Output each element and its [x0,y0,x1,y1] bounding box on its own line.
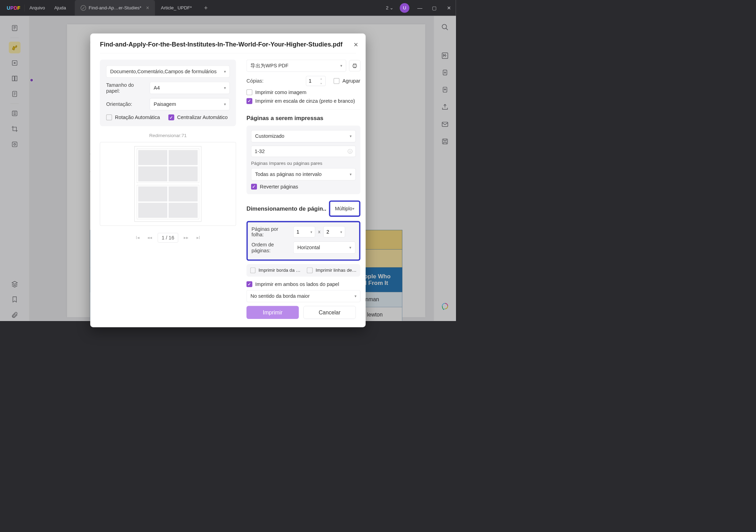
chevron-down-icon: ▾ [310,230,312,234]
per-sheet-label: Páginas por folha: [251,226,290,238]
print-as-image-checkbox[interactable]: Imprimir como imagem [247,89,360,95]
chevron-down-icon: ▾ [340,230,342,234]
resize-label: Redimensionar:71 [100,133,236,138]
spinner-down-icon[interactable]: ▾ [321,82,324,85]
auto-rotate-checkbox[interactable]: Rotação Automática [106,115,160,120]
page-mode-select[interactable]: Customizado▾ [251,130,356,142]
copies-label: Cópias: [247,78,264,84]
chevron-down-icon: ▾ [224,86,226,90]
pager-next-icon[interactable]: ▸▸ [182,234,190,242]
chevron-down-icon: ▾ [340,64,342,68]
orientation-label: Orientação: [106,101,146,107]
duplex-edge-select[interactable]: No sentido da borda maior▾ [247,290,360,302]
chevron-down-icon: ▾ [224,69,226,74]
pager-prev-icon[interactable]: ◂◂ [146,234,154,242]
window-maximize[interactable]: ▢ [430,4,439,12]
tab-label: Article_ UPDF* [161,5,192,11]
page-border-checkbox[interactable]: Imprimir borda da … [250,268,301,273]
chevron-down-icon: ▾ [350,134,351,138]
preview-pager: I◂ ◂◂ 1 / 16 ▸▸ ▸I [100,233,236,243]
sizing-section-title: Dimensionamento de págin.. [247,205,329,212]
chevron-down-icon: ▾ [355,294,356,298]
per-sheet-rows-select[interactable]: 2▾ [323,226,345,238]
content-select[interactable]: Documento,Comentário,Campos de formulári… [106,66,230,78]
reverse-pages-checkbox[interactable]: Reverter páginas [251,184,356,189]
page-range-input[interactable]: 1-32 ⓘ [251,146,356,157]
cut-lines-checkbox[interactable]: Imprimir linhas de… [307,268,356,273]
grayscale-checkbox[interactable]: Imprimir em escala de cinza (preto e bra… [247,98,360,104]
menu-help[interactable]: Ajuda [50,5,70,11]
odd-even-select[interactable]: Todas as páginas no intervalo▾ [251,168,356,180]
pager-last-icon[interactable]: ▸I [194,234,202,242]
chevron-down-icon: ▾ [350,172,351,177]
copies-input[interactable]: 1 ▴▾ [306,76,326,86]
duplex-checkbox[interactable]: Imprimir em ambos os lados do papel [247,281,360,287]
print-dialog-overlay: Find-and-Apply-For-the-Best-Institutes-I… [0,16,456,321]
sizing-mode-select[interactable]: Múltiplo▾ [331,203,358,215]
print-preview [100,142,236,226]
titlebar: UPDF Arquivo Ajuda Find-and-Ap…er-Studie… [0,0,456,16]
menu-file[interactable]: Arquivo [25,5,50,11]
sizing-panel-highlight: Páginas por folha: 1▾ x 2▾ Ordem de pági… [247,221,360,261]
chevron-down-icon: ▾ [224,102,226,107]
paper-size-select[interactable]: A4▾ [150,82,230,94]
svg-rect-16 [353,65,357,67]
paper-size-label: Tamanho do papel: [106,82,146,94]
tab-document-2[interactable]: Article_ UPDF* [155,0,198,16]
page-indicator[interactable]: 2 ⌄ [386,5,393,11]
page-order-label: Ordem de páginas: [251,242,290,253]
dialog-close-icon[interactable]: × [354,40,358,49]
printer-properties-icon[interactable] [349,60,360,71]
window-minimize[interactable]: — [416,4,424,12]
spinner-up-icon[interactable]: ▴ [321,77,324,80]
dialog-title: Find-and-Apply-For-the-Best-Institutes-I… [100,41,356,48]
print-button[interactable]: Imprimir [247,306,299,319]
pager-first-icon[interactable]: I◂ [133,234,142,242]
pager-display: 1 / 16 [158,233,178,243]
user-avatar[interactable]: U [400,3,409,13]
chevron-down-icon: ▾ [349,245,351,250]
chevron-down-icon: ⌄ [390,5,393,11]
cancel-button[interactable]: Cancelar [304,306,356,319]
per-sheet-cols-select[interactable]: 1▾ [293,226,315,238]
page-order-select[interactable]: Horizontal▾ [293,242,355,254]
app-logo: UPDF [2,5,25,11]
tab-label: Find-and-Ap…er-Studies* [89,5,141,11]
pages-section-title: Páginas a serem impressas [247,115,360,121]
orientation-select[interactable]: Paisagem▾ [150,98,230,110]
printer-select[interactable]: 导出为WPS PDF▾ [247,60,346,72]
sizing-mode-highlight: Múltiplo▾ [329,201,360,217]
collate-checkbox[interactable]: Agrupar [334,78,360,84]
tab-close-icon[interactable]: × [146,5,149,11]
new-tab-button[interactable]: + [198,5,214,12]
chevron-down-icon: ▾ [352,206,354,211]
tab-document-1[interactable]: Find-and-Ap…er-Studies* × [75,0,155,16]
print-dialog: Find-and-Apply-For-the-Best-Institutes-I… [90,33,366,327]
auto-center-checkbox[interactable]: Centralizar Automático [168,115,228,120]
window-close[interactable]: ✕ [445,4,453,12]
odd-even-label: Páginas ímpares ou páginas pares [251,161,356,166]
info-icon[interactable]: ⓘ [348,148,352,154]
tab-doc-icon [81,5,86,11]
